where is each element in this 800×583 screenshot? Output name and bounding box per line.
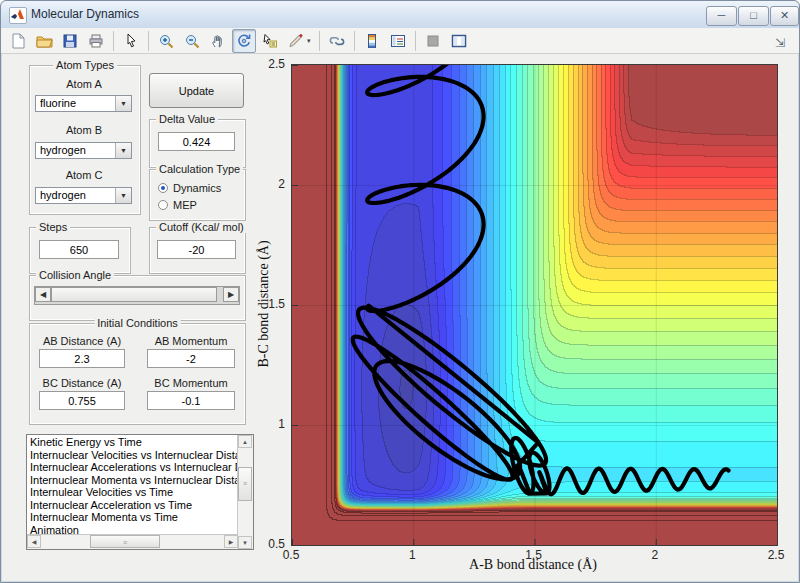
potential-energy-surface-plot[interactable] <box>291 64 778 546</box>
atom-b-label: Atom B <box>66 124 102 136</box>
list-item[interactable]: Internuclear Velocities vs Internuclear … <box>28 449 238 462</box>
rotate-3d-button[interactable] <box>232 29 256 53</box>
zoom-in-icon <box>158 33 174 49</box>
toolbar-separator <box>319 31 320 51</box>
list-item[interactable]: Internuclear Acceleration vs Time <box>28 499 238 512</box>
brush-icon <box>288 33 304 49</box>
toolbar-separator <box>415 31 416 51</box>
pan-hand-button[interactable] <box>206 29 230 53</box>
y-tick-label: 2 <box>259 177 285 191</box>
scroll-down-icon[interactable]: ▼ <box>238 536 252 549</box>
delta-value-field[interactable] <box>158 132 235 151</box>
atom-a-select[interactable]: fluorine ▼ <box>35 95 132 112</box>
y-tick-label: 0.5 <box>259 537 285 551</box>
chevron-down-icon[interactable]: ▼ <box>115 143 131 158</box>
show-plot-tools-button[interactable] <box>447 29 471 53</box>
panel-title: Steps <box>36 221 70 233</box>
radio-label: MEP <box>173 199 197 211</box>
ab-distance-label: AB Distance (A) <box>43 335 121 347</box>
bc-momentum-field[interactable] <box>147 391 235 410</box>
scroll-right-icon[interactable]: ▶ <box>224 535 238 548</box>
y-tick-label: 1.5 <box>259 297 285 311</box>
list-item[interactable]: Kinetic Energy vs Time <box>28 436 238 449</box>
minimize-button[interactable]: ─ <box>706 6 737 26</box>
y-tick-label: 2.5 <box>259 57 285 71</box>
close-button[interactable]: ✕ <box>770 6 799 26</box>
panel-title: Collision Angle <box>36 269 114 281</box>
atom-c-select[interactable]: hydrogen ▼ <box>35 187 132 204</box>
zoom-out-button[interactable] <box>180 29 204 53</box>
radio-button-icon[interactable] <box>158 183 168 193</box>
cutoff-field[interactable] <box>157 240 236 259</box>
print-button[interactable] <box>84 29 108 53</box>
bc-distance-field[interactable] <box>39 391 125 410</box>
steps-field[interactable] <box>39 240 119 259</box>
list-item[interactable]: Internuclear Momenta vs Time <box>28 511 238 524</box>
brush-dropdown-icon[interactable]: ▾ <box>307 37 315 45</box>
radio-button-icon[interactable] <box>158 200 168 210</box>
panel-title: Calculation Type <box>156 163 243 175</box>
radio-dynamics[interactable]: Dynamics <box>158 182 221 194</box>
scroll-left-icon[interactable]: ◀ <box>27 535 41 548</box>
link-plots-button[interactable] <box>325 29 349 53</box>
colorbar-icon <box>364 33 380 49</box>
title-bar[interactable]: Molecular Dynamics ─ □ ✕ <box>1 1 799 29</box>
open-file-icon <box>36 33 53 49</box>
dock-figure-icon[interactable]: ⇲ <box>775 37 785 49</box>
save-icon <box>62 33 78 49</box>
save-button[interactable] <box>58 29 82 53</box>
data-cursor-icon <box>262 33 278 49</box>
slider-right-arrow-icon[interactable]: ▶ <box>223 287 239 302</box>
brush-button[interactable] <box>284 29 308 53</box>
chevron-down-icon[interactable]: ▼ <box>115 96 131 111</box>
cursor-icon <box>123 33 139 49</box>
atom-b-select[interactable]: hydrogen ▼ <box>35 142 132 159</box>
maximize-button[interactable]: □ <box>738 6 769 26</box>
new-file-button[interactable] <box>6 29 30 53</box>
contour-canvas[interactable] <box>292 65 777 545</box>
horizontal-scrollbar[interactable]: ◀ ≡ ▶ <box>27 534 238 549</box>
legend-icon <box>390 33 406 49</box>
panel-title: Cutoff (Kcal/ mol) <box>156 221 247 233</box>
y-tick-label: 1 <box>259 417 285 431</box>
ab-distance-field[interactable] <box>39 349 125 368</box>
panel-title: Delta Value <box>156 113 218 125</box>
rotate-3d-icon <box>236 33 252 49</box>
scrollbar-thumb[interactable]: ≡ <box>238 467 252 501</box>
ab-momentum-field[interactable] <box>147 349 235 368</box>
radio-label: Dynamics <box>173 182 221 194</box>
plot-type-listbox[interactable]: Kinetic Energy vs TimeInternuclear Veloc… <box>26 434 254 550</box>
open-file-button[interactable] <box>32 29 56 53</box>
update-button[interactable]: Update <box>149 73 244 108</box>
zoom-in-button[interactable] <box>154 29 178 53</box>
slider-left-arrow-icon[interactable]: ◀ <box>35 287 51 302</box>
x-tick-label: 0.5 <box>283 548 300 562</box>
scrollbar-thumb[interactable]: ≡ <box>90 535 160 548</box>
colorbar-button[interactable] <box>360 29 384 53</box>
data-cursor-button[interactable] <box>258 29 282 53</box>
slider-thumb[interactable] <box>51 287 217 302</box>
cursor-button[interactable] <box>119 29 143 53</box>
legend-button[interactable] <box>386 29 410 53</box>
x-tick-label: 1 <box>409 548 416 562</box>
show-plot-tools-icon <box>451 33 467 49</box>
ab-momentum-label: AB Momentum <box>155 335 228 347</box>
figure-toolbar: ▾ <box>1 28 799 54</box>
hide-plot-tools-icon <box>425 33 441 49</box>
bc-distance-label: BC Distance (A) <box>43 377 122 389</box>
vertical-scrollbar[interactable]: ▲ ≡ ▼ <box>237 435 253 549</box>
list-item[interactable]: Internuclear Momenta vs Internuclear Dis… <box>28 474 238 487</box>
list-item[interactable]: Internuclear Accelerations vs Internucle… <box>28 461 238 474</box>
list-item[interactable]: Internulear Velocities vs Time <box>28 486 238 499</box>
chevron-down-icon[interactable]: ▼ <box>115 188 131 203</box>
window-title: Molecular Dynamics <box>31 7 139 21</box>
hide-plot-tools-button[interactable] <box>421 29 445 53</box>
zoom-out-icon <box>184 33 200 49</box>
panel-title: Initial Conditions <box>94 317 181 329</box>
toolbar-separator <box>113 31 114 51</box>
scroll-up-icon[interactable]: ▲ <box>238 435 252 448</box>
x-tick-label: 2 <box>651 548 658 562</box>
radio-mep[interactable]: MEP <box>158 199 197 211</box>
list-items: Kinetic Energy vs TimeInternuclear Veloc… <box>28 436 238 535</box>
collision-angle-slider[interactable]: ◀ ▶ <box>34 286 240 305</box>
